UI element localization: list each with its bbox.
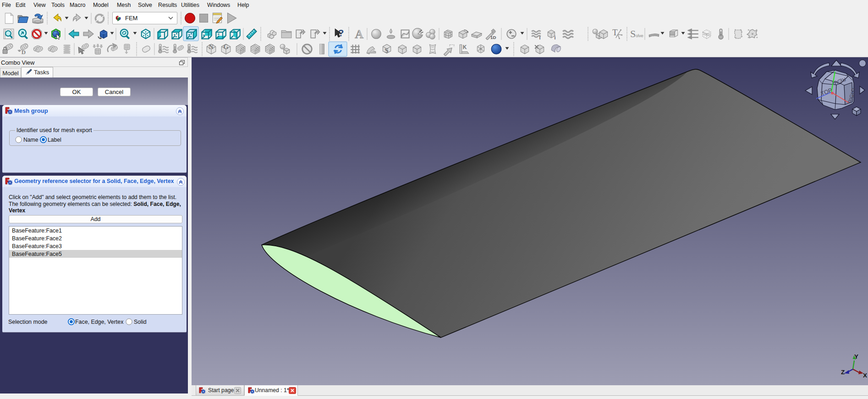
- svg-text:Y: Y: [854, 353, 858, 360]
- svg-text:X: X: [863, 372, 867, 379]
- svg-text:Z: Z: [841, 369, 845, 376]
